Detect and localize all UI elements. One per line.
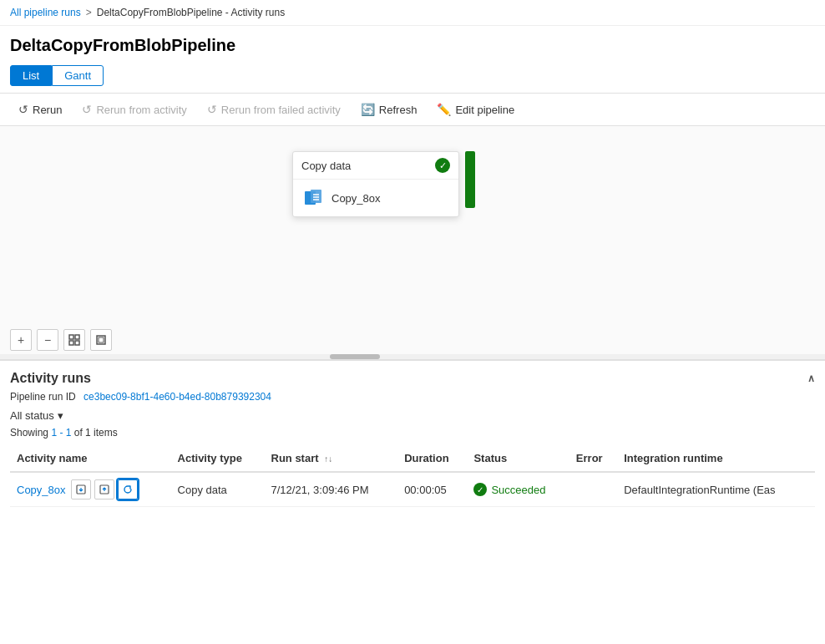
cell-integration-runtime: DefaultIntegrationRuntime (Eas [617,472,815,507]
col-status: Status [467,445,569,472]
row-actions [71,479,138,499]
svg-rect-6 [75,335,79,339]
expand-icon [95,334,107,346]
rerun-from-failed-label: Rerun from failed activity [221,104,341,116]
col-duration: Duration [397,445,467,472]
status-filter-chevron: ▾ [58,409,63,422]
zoom-in-button[interactable]: + [10,329,32,351]
status-text: Succeeded [491,484,545,496]
breadcrumb: All pipeline runs > DeltaCopyFromBlobPip… [0,0,825,26]
breadcrumb-current-page: DeltaCopyFromBlobPipeline - Activity run… [97,7,285,18]
pipeline-run-id: Pipeline run ID ce3bec09-8bf1-4e60-b4ed-… [10,391,815,403]
collapse-icon[interactable]: ∧ [807,373,815,384]
rerun-from-failed-button[interactable]: ↺ Rerun from failed activity [199,99,349,120]
zoom-out-button[interactable]: − [37,329,58,351]
status-success-icon: ✓ [473,483,487,496]
activity-card-row-label: Copy_8ox [332,192,381,205]
refresh-icon: 🔄 [361,103,375,116]
status-filter-label: All status [10,409,54,422]
status-filter-dropdown[interactable]: All status ▾ [10,409,63,422]
runs-title-text: Activity runs [10,371,91,386]
list-view-button[interactable]: List [10,65,52,86]
canvas-controls: + − [10,329,112,351]
row-input-action-button[interactable] [71,479,91,499]
edit-pipeline-button[interactable]: ✏️ Edit pipeline [428,99,523,120]
col-activity-name: Activity name [10,445,171,472]
activity-name-link[interactable]: Copy_8ox [17,484,66,496]
toolbar: ↺ Rerun ↺ Rerun from activity ↺ Rerun fr… [0,93,825,126]
showing-text: Showing 1 - 1 of 1 items [10,427,815,439]
rerun-row-icon [123,484,133,494]
cell-duration: 00:00:05 [397,472,467,507]
breadcrumb-all-pipeline-runs[interactable]: All pipeline runs [10,7,81,18]
runs-section-title: Activity runs ∧ [10,371,815,386]
rerun-from-failed-icon: ↺ [207,103,217,116]
copy-data-icon-box [301,186,325,210]
activity-card[interactable]: Copy data ✓ Copy_8ox [292,151,459,217]
row-output-action-button[interactable] [94,479,114,499]
cell-activity-name: Copy_8ox [10,472,171,507]
edit-pipeline-label: Edit pipeline [455,104,514,116]
table-header-row: Activity name Activity type Run start ↑↓… [10,445,815,472]
svg-rect-10 [99,337,104,342]
rerun-from-activity-button[interactable]: ↺ Rerun from activity [73,99,195,120]
rerun-from-activity-icon: ↺ [82,103,92,116]
breadcrumb-separator: > [86,7,92,18]
svg-rect-1 [311,190,321,203]
success-indicator-rect [465,151,475,208]
refresh-button[interactable]: 🔄 Refresh [352,99,426,120]
rerun-button[interactable]: ↺ Rerun [10,99,70,120]
activity-success-icon: ✓ [435,158,450,173]
svg-rect-8 [75,341,79,345]
fit-icon [68,334,80,346]
showing-suffix: of 1 items [74,427,118,439]
showing-count: 1 - 1 [51,427,71,439]
pipeline-run-id-value: ce3bec09-8bf1-4e60-b4ed-80b879392304 [84,391,271,403]
row-rerun-action-button[interactable] [118,479,138,499]
cell-activity-type: Copy data [171,472,265,507]
status-succeeded: ✓ Succeeded [473,483,562,496]
cell-status: ✓ Succeeded [467,472,569,507]
expand-canvas-button[interactable] [90,329,112,351]
activity-card-title: Copy data [301,160,351,172]
activity-runs-table: Activity name Activity type Run start ↑↓… [10,445,815,507]
gantt-view-button[interactable]: Gantt [52,65,104,86]
col-error: Error [569,445,617,472]
status-filter: All status ▾ [10,409,815,422]
copy-data-icon [303,188,323,208]
pipeline-canvas[interactable]: Copy data ✓ Copy_8ox + − [0,126,825,360]
sort-icon: ↑↓ [324,454,332,464]
output-icon [99,484,109,494]
activity-card-row[interactable]: Copy_8ox [293,180,458,216]
cell-run-start: 7/12/21, 3:09:46 PM [265,472,398,507]
table-row: Copy_8ox [10,472,815,507]
activity-runs-section: Activity runs ∧ Pipeline run ID ce3bec09… [0,361,825,507]
view-toggle: List Gantt [0,62,825,93]
fit-canvas-button[interactable] [63,329,85,351]
svg-rect-7 [69,341,73,345]
canvas-scrollbar[interactable] [0,354,825,359]
input-icon [76,484,86,494]
activity-card-header: Copy data ✓ [293,152,458,180]
col-activity-type: Activity type [171,445,265,472]
cell-error [569,472,617,507]
refresh-label: Refresh [379,104,418,116]
col-run-start[interactable]: Run start ↑↓ [265,445,398,472]
rerun-icon: ↺ [18,103,28,116]
page-title: DeltaCopyFromBlobPipeline [0,26,825,62]
svg-rect-5 [69,335,73,339]
pipeline-run-id-label: Pipeline run ID [10,391,76,403]
rerun-from-activity-label: Rerun from activity [96,104,186,116]
canvas-scrollbar-thumb[interactable] [330,354,380,359]
col-integration-runtime: Integration runtime [617,445,815,472]
rerun-label: Rerun [33,104,62,116]
edit-icon: ✏️ [437,103,451,116]
